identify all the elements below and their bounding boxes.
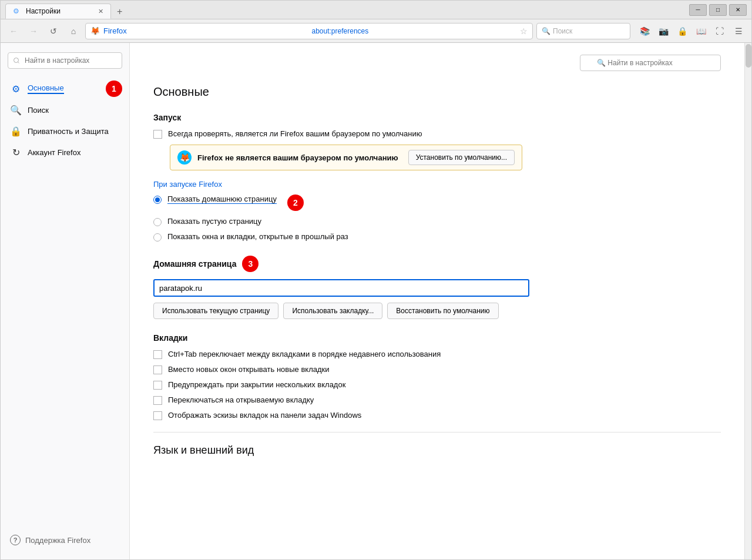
toolbar-icons: 📚 📷 🔒 📖 ⛶ ☰: [636, 23, 747, 39]
tab-option-row-0: Ctrl+Tab переключает между вкладками в п…: [153, 350, 721, 359]
address-url: about:preferences: [312, 27, 517, 35]
active-tab[interactable]: ⚙ Настройки ✕: [5, 4, 111, 19]
support-label: Поддержка Firefox: [25, 536, 90, 545]
screenshot-icon[interactable]: 📷: [655, 23, 672, 39]
startup-option-previous-label: Показать окна и вкладки, открытые в прош…: [167, 232, 348, 241]
startup-radio-previous[interactable]: [153, 233, 162, 242]
warning-text: Firefox не является вашим браузером по у…: [197, 153, 402, 162]
lock-icon: 🔒: [10, 125, 22, 137]
menu-button[interactable]: ☰: [730, 23, 747, 39]
tab-checkbox-1[interactable]: [153, 365, 162, 374]
browser-name: Firefox: [103, 26, 308, 35]
use-bookmark-button[interactable]: Использовать закладку...: [283, 303, 382, 319]
startup-home-text: Показать домашнюю страницу: [167, 195, 277, 204]
tab-option-text-1: Вместо новых окон открывать новые вкладк…: [168, 365, 330, 374]
scrollbar-track: [744, 43, 751, 559]
startup-option-home-label: Показать домашнюю страницу: [167, 195, 277, 203]
back-button[interactable]: ←: [5, 23, 22, 39]
browser-logo-icon: 🦊: [90, 26, 100, 35]
on-startup-label: При запуске Firefox: [153, 180, 222, 189]
sync-icon[interactable]: 🔒: [674, 23, 690, 39]
tab-favicon: ⚙: [13, 7, 21, 15]
fullscreen-icon[interactable]: ⛶: [711, 23, 728, 39]
on-startup-label-container: При запуске Firefox: [153, 180, 721, 189]
tab-option-label-3: Переключаться на открываемую вкладку: [168, 395, 314, 404]
sync-account-icon: ↻: [10, 146, 22, 158]
always-check-default-label: Всегда проверять, является ли Firefox ва…: [168, 129, 422, 138]
warning-fox-icon: 🦊: [177, 150, 192, 165]
startup-option-home-row: Показать домашнюю страницу 2: [153, 195, 721, 211]
always-check-default-row: Всегда проверять, является ли Firefox ва…: [153, 129, 721, 139]
close-window-button[interactable]: ✕: [729, 4, 747, 16]
set-default-button[interactable]: Установить по умолчанию...: [408, 150, 515, 165]
forward-button[interactable]: →: [25, 23, 42, 39]
sidebar-item-search[interactable]: 🔍 Поиск: [1, 99, 129, 120]
badge-3: 3: [242, 256, 258, 272]
settings-content: Основные Запуск Всегда проверять, являет…: [130, 43, 744, 559]
navigation-bar: ← → ↺ ⌂ 🦊 Firefox about:preferences ☆ 🔍 …: [1, 19, 751, 43]
tab-checkbox-0[interactable]: [153, 350, 162, 359]
bookmark-star-icon[interactable]: ☆: [520, 26, 528, 36]
tab-option-text-3: Переключаться на открываемую вкладку: [168, 395, 314, 404]
browser-window: ⚙ Настройки ✕ + ─ □ ✕ ← → ↺ ⌂ 🦊 Firefox …: [0, 0, 752, 560]
subsection-homepage: Домашняя страница: [153, 259, 236, 269]
settings-search-area: [153, 55, 721, 71]
restore-default-button[interactable]: Восстановить по умолчанию: [387, 303, 498, 319]
tab-option-row-3: Переключаться на открываемую вкладку: [153, 395, 721, 405]
library-icon[interactable]: 📚: [636, 23, 653, 39]
startup-option-previous-row: Показать окна и вкладки, открытые в прош…: [153, 232, 721, 242]
search-placeholder: Поиск: [553, 27, 572, 35]
sidebar-item-account[interactable]: ↻ Аккаунт Firefox: [1, 142, 129, 163]
homepage-input-row: [153, 279, 721, 303]
use-current-page-button[interactable]: Использовать текущую страницу: [153, 303, 278, 319]
sidebar-label-account: Аккаунт Firefox: [28, 148, 80, 157]
scrollbar-thumb[interactable]: [746, 44, 751, 68]
default-browser-warning: 🦊 Firefox не является вашим браузером по…: [170, 145, 522, 170]
section-title-language: Язык и внешний вид: [153, 444, 721, 457]
startup-option-blank-row: Показать пустую страницу: [153, 217, 721, 226]
tab-bar: ⚙ Настройки ✕ +: [5, 1, 689, 19]
startup-radio-blank[interactable]: [153, 218, 162, 226]
tab-option-row-4: Отображать эскизы вкладок на панели зада…: [153, 411, 721, 420]
sidebar-item-privacy[interactable]: 🔒 Приватность и Защита: [1, 120, 129, 142]
sidebar-search-container: [8, 52, 122, 69]
startup-radio-home[interactable]: [153, 196, 162, 204]
tab-checkbox-2[interactable]: [153, 381, 162, 390]
title-bar: ⚙ Настройки ✕ + ─ □ ✕: [1, 1, 751, 19]
close-tab-button[interactable]: ✕: [98, 8, 103, 15]
tab-checkbox-4[interactable]: [153, 411, 162, 420]
reader-icon[interactable]: 📖: [693, 23, 709, 39]
sidebar: ⚙ Основные 1 🔍 Поиск 🔒 Приватность и Защ…: [1, 43, 130, 559]
subsection-startup: Запуск: [153, 113, 721, 122]
window-controls: ─ □ ✕: [689, 4, 747, 16]
always-check-default-checkbox[interactable]: [153, 130, 162, 139]
sidebar-item-general[interactable]: ⚙ Основные 1: [1, 78, 129, 99]
sidebar-search-input[interactable]: [8, 52, 122, 69]
gear-icon: ⚙: [10, 83, 22, 95]
sidebar-label-privacy: Приватность и Защита: [28, 127, 109, 136]
tab-option-label-2: Предупреждать при закрытии нескольких вк…: [168, 380, 345, 389]
homepage-title-row: Домашняя страница 3: [153, 256, 721, 272]
badge-1: 1: [106, 81, 122, 97]
address-bar[interactable]: 🦊 Firefox about:preferences ☆: [85, 23, 533, 39]
section-divider: [153, 432, 721, 432]
settings-search-input[interactable]: [580, 55, 721, 71]
section-title-general: Основные: [153, 85, 721, 99]
sidebar-footer-support[interactable]: ? Поддержка Firefox: [1, 530, 129, 550]
help-icon: ?: [10, 535, 21, 545]
homepage-url-input[interactable]: [153, 279, 529, 297]
tab-checkbox-3[interactable]: [153, 396, 162, 405]
homepage-buttons-row: Использовать текущую страницу Использова…: [153, 303, 721, 319]
home-button[interactable]: ⌂: [65, 23, 82, 39]
search-bar[interactable]: 🔍 Поиск: [536, 23, 630, 39]
new-tab-button[interactable]: +: [111, 5, 128, 19]
search-nav-icon: 🔍: [10, 104, 22, 116]
tab-option-label-1: Вместо новых окон открывать новые вкладк…: [168, 365, 330, 374]
tab-title: Настройки: [26, 7, 61, 15]
startup-option-blank-label: Показать пустую страницу: [167, 217, 261, 226]
reload-button[interactable]: ↺: [45, 23, 62, 39]
tab-option-label-4: Отображать эскизы вкладок на панели зада…: [168, 411, 361, 420]
badge-2: 2: [287, 195, 304, 211]
maximize-button[interactable]: □: [709, 4, 727, 16]
minimize-button[interactable]: ─: [689, 4, 707, 16]
